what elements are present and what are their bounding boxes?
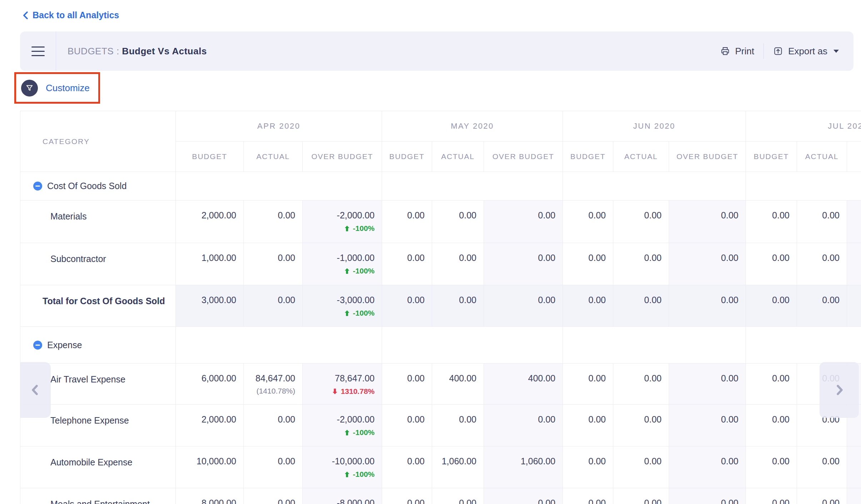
category-label: Subcontractor: [50, 254, 106, 264]
value-cell: 0.00: [669, 446, 746, 488]
value-cell: 0.00: [244, 446, 303, 488]
value-cell: 0.00: [746, 488, 797, 504]
scroll-right-button[interactable]: [820, 362, 859, 418]
value-cell: 0.00: [382, 405, 432, 446]
cell-value: 0.00: [801, 252, 840, 263]
variance-indicator: 1310.78%: [306, 387, 375, 396]
value-cell: 0.00: [613, 243, 669, 285]
toolbar-divider: [56, 31, 56, 71]
collapse-toggle-icon[interactable]: [33, 182, 42, 191]
menu-button[interactable]: [20, 31, 56, 71]
cell-value: 0.00: [386, 414, 425, 425]
empty-cell: [746, 327, 861, 364]
value-cell: 0.00: [244, 405, 303, 446]
chevron-left-icon: [21, 11, 29, 20]
cell-value: 0.00: [436, 210, 476, 221]
cell-value: -2,000.00: [306, 414, 375, 425]
value-cell: 0.00: [432, 201, 484, 243]
value-cell: 0.00: [669, 285, 746, 327]
value-cell: 400.00: [432, 364, 484, 405]
value-cell: 0.00: [746, 446, 797, 488]
value-cell: 0.00: [382, 201, 432, 243]
variance-indicator: -100%: [306, 309, 375, 317]
cell-value: 84,647.00: [247, 373, 295, 384]
customize-link[interactable]: Customize: [46, 83, 90, 94]
cell-value: 0.00: [801, 295, 840, 305]
cell-value: 0.00: [749, 456, 790, 466]
cell-value: 78,647.00: [306, 373, 375, 384]
value-cell: 0.00: [746, 243, 797, 285]
arrow-up-icon: [344, 268, 350, 274]
value-cell: 2,000.00: [176, 201, 244, 243]
value-cell: 1,000.00: [176, 243, 244, 285]
value-cell: 0.00: [382, 285, 432, 327]
customize-filter-button[interactable]: [21, 80, 38, 97]
cell-value: 0.00: [749, 295, 790, 305]
column-header-jun-2020-actual: ACTUAL: [613, 142, 669, 172]
cell-value: 8,000.00: [179, 498, 236, 504]
export-as-button[interactable]: Export as: [764, 46, 848, 57]
value-cell: 0.00: [797, 201, 847, 243]
cell-value: 1,000.00: [179, 252, 236, 263]
value-cell: 0.00: [669, 488, 746, 504]
annotation-highlight: Customize: [14, 72, 100, 104]
value-cell: 84,647.00(1410.78%): [244, 364, 303, 405]
value-cell: [847, 285, 861, 327]
value-cell: 8,000.00: [176, 488, 244, 504]
chevron-right-icon: [833, 384, 846, 396]
value-cell: 0.00: [484, 488, 563, 504]
cell-value: 0.00: [386, 295, 425, 305]
cell-value: 0.00: [673, 373, 738, 384]
category-cell-cost-of-goods-sold: Cost Of Goods Sold: [20, 172, 176, 201]
column-header-category: CATEGORY: [20, 111, 176, 172]
value-cell: 0.00: [563, 243, 613, 285]
value-cell: 0.00: [563, 446, 613, 488]
cell-value: 0.00: [673, 210, 738, 221]
category-label: Cost Of Goods Sold: [47, 181, 127, 191]
cell-value: 0.00: [436, 252, 476, 263]
month-header-jul-2020: JUL 2020: [746, 111, 861, 142]
value-cell: 0.00: [797, 446, 847, 488]
value-cell: [847, 243, 861, 285]
cell-value: 0.00: [436, 498, 476, 504]
value-cell: 0.00: [484, 201, 563, 243]
variance-percent: -100%: [353, 224, 375, 233]
cell-value: -3,000.00: [306, 295, 375, 305]
cell-value: 0.00: [488, 210, 555, 221]
cell-value: 0.00: [386, 498, 425, 504]
month-header-jun-2020: JUN 2020: [563, 111, 746, 142]
print-button[interactable]: Print: [711, 46, 763, 57]
filter-funnel-icon: [25, 84, 34, 92]
value-cell: 0.00: [432, 285, 484, 327]
back-to-analytics-link[interactable]: Back to all Analytics: [21, 10, 119, 20]
cell-value: 0.00: [386, 210, 425, 221]
value-cell: 0.00: [797, 285, 847, 327]
month-header-may-2020: MAY 2020: [382, 111, 563, 142]
printer-icon: [720, 46, 730, 56]
cell-value: 0.00: [488, 414, 555, 425]
export-label: Export as: [788, 46, 827, 57]
chevron-left-icon: [29, 384, 42, 396]
value-cell: 400.00: [484, 364, 563, 405]
cell-value: -1,000.00: [306, 252, 375, 263]
scroll-left-button[interactable]: [20, 362, 51, 418]
category-cell-expense: Expense: [20, 327, 176, 364]
value-cell: 0.00: [669, 364, 746, 405]
value-cell: 0.00: [669, 201, 746, 243]
arrow-up-icon: [344, 471, 350, 478]
cell-value: 0.00: [386, 252, 425, 263]
category-cell-meals-and-entertainment: Meals and Entertainment: [20, 488, 176, 504]
value-cell: 6,000.00: [176, 364, 244, 405]
empty-cell: [176, 172, 382, 201]
value-cell: 0.00: [382, 243, 432, 285]
variance-percent: -100%: [353, 309, 375, 317]
value-cell: 0.00: [613, 285, 669, 327]
value-cell: 0.00: [669, 243, 746, 285]
collapse-toggle-icon[interactable]: [33, 341, 42, 350]
hamburger-icon: [31, 46, 45, 56]
empty-cell: [176, 327, 382, 364]
value-cell: 0.00: [669, 405, 746, 446]
value-cell: 0.00: [484, 285, 563, 327]
month-header-apr-2020: APR 2020: [176, 111, 382, 142]
report-toolbar: BUDGETS : Budget Vs Actuals Print Export…: [20, 31, 853, 71]
